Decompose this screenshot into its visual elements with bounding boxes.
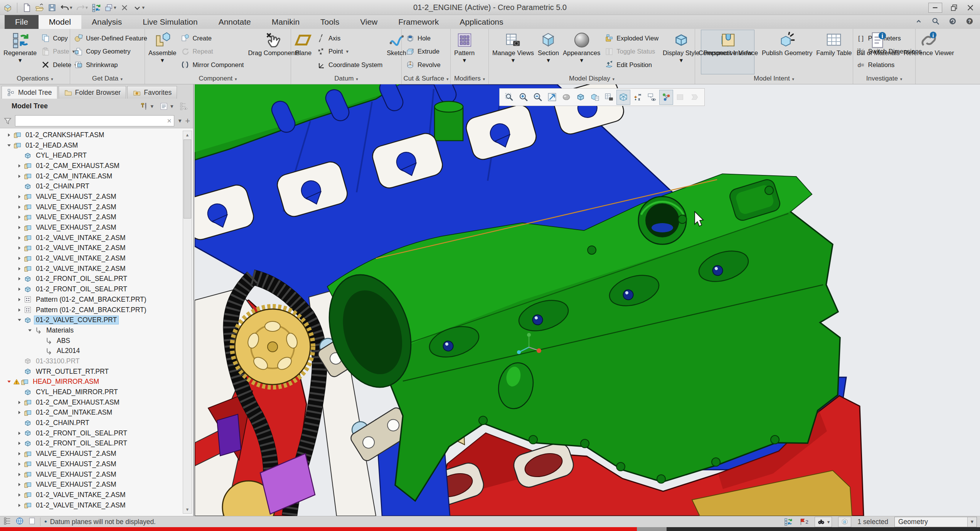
shrinkwrap-button[interactable]: Shrinkwrap [72,59,149,71]
expand-right-icon[interactable] [15,503,24,508]
tree-item-valve-exhaust-2-asm[interactable]: VALVE_EXHAUST_2.ASM [0,192,193,202]
close-x-button[interactable] [120,3,129,12]
zoom-in-button[interactable] [517,90,530,104]
group-label[interactable]: Model Intent ▾ [695,74,853,84]
expand-right-icon[interactable] [15,276,24,281]
spin-center-button[interactable] [660,90,673,104]
expand-right-icon[interactable] [5,133,13,138]
tree-item-01-2-valve-intake-2-asm[interactable]: 01-2_VALVE_INTAKE_2.ASM [0,264,193,274]
regenerate-status-icon[interactable] [784,518,792,526]
tree-item-01-2-cam-exhaust-asm[interactable]: 01-2_CAM_EXHAUST.ASM [0,161,193,171]
group-label[interactable]: Investigate ▾ [853,74,915,84]
group-label[interactable]: Get Data ▾ [70,74,145,84]
axis-button[interactable]: Axis [315,32,384,44]
notification-flag-icon[interactable]: 2 [798,518,808,526]
scroll-up-icon[interactable]: ▲ [183,131,192,139]
tree-item-valve-exhaust-2-asm[interactable]: VALVE_EXHAUST_2.ASM [0,212,193,223]
filter-dropdown-icon[interactable]: ▼ [177,118,182,124]
undo-button[interactable]: ▾ [60,3,72,12]
family-table-button[interactable]: Family Table [814,30,854,74]
expand-right-icon[interactable] [15,410,24,415]
expand-down-icon[interactable] [5,143,13,148]
tree-item-01-33100-prt[interactable]: 01-33100.PRT [0,356,193,366]
expand-right-icon[interactable] [15,431,24,436]
expand-right-icon[interactable] [15,297,24,302]
tree-item-valve-exhaust-2-asm[interactable]: VALVE_EXHAUST_2.ASM [0,469,193,480]
section-button[interactable]: Section▾ [536,30,561,74]
datum-display-filters-button[interactable] [631,90,644,104]
expand-right-icon[interactable] [15,451,24,456]
pattern-button[interactable]: Pattern▾ [452,30,477,74]
expand-down-red-icon[interactable] [5,379,13,384]
regen-small-button[interactable] [91,3,101,12]
tree-item-al2014[interactable]: AL2014 [0,346,193,356]
tree-item-01-2-head-asm[interactable]: 01-2_HEAD.ASM [0,140,193,151]
mirror-component-button[interactable]: Mirror Component [179,59,245,71]
shading-button[interactable] [560,90,573,104]
expand-right-icon[interactable] [15,245,24,250]
tree-item-abs[interactable]: ABS [0,336,193,346]
clear-search-icon[interactable]: ✕ [167,118,172,124]
tree-item-01-2-chain-prt[interactable]: 01-2_CHAIN.PRT [0,418,193,428]
tab-model[interactable]: Model [39,15,81,29]
tree-item-01-2-front-oil-seal-prt[interactable]: 01-2_FRONT_OIL_SEAL.PRT [0,274,193,284]
tree-item-01-2-valve-intake-2-asm[interactable]: 01-2_VALVE_INTAKE_2.ASM [0,500,193,511]
save-button[interactable] [47,3,57,12]
tree-item-01-2-cam-intake-asm[interactable]: 01-2_CAM_INTAKE.ASM [0,171,193,181]
tree-item-valve-exhaust-2-asm[interactable]: VALVE_EXHAUST_2.ASM [0,222,193,233]
panel-tab-model-tree[interactable]: Model Tree [2,86,57,99]
group-label[interactable]: Component ▾ [145,74,291,84]
perspective-button[interactable] [617,90,630,104]
expand-right-icon[interactable] [15,400,24,405]
expand-right-icon[interactable] [15,205,24,210]
tree-item-pattern-01-2-cam-bracket-prt[interactable]: Pattern (01-2_CAM_BRACKET.PRT) [0,305,193,315]
expand-right-icon[interactable] [15,174,24,179]
select-dropdown-icon[interactable]: ▼ [967,517,977,527]
tree-columns-button[interactable]: ▾ [159,102,173,111]
view-manager-button[interactable] [603,90,616,104]
manage-views-button[interactable]: Manage Views▾ [490,30,536,74]
tree-item-head-mirror-asm[interactable]: HEAD_MIRROR.ASM [0,377,193,387]
video-progress-bar[interactable] [0,527,980,531]
reference-viewer-button[interactable]: iReference Viewer [902,30,956,74]
tree-item-cyl-head-mirror-prt[interactable]: CYL_HEAD_MIRROR.PRT [0,387,193,397]
tree-item-01-2-valve-cover-prt[interactable]: 01-2_VALVE_COVER.PRT [0,315,193,325]
tab-manikin[interactable]: Manikin [261,15,310,29]
plane-button[interactable]: Plane [293,30,314,74]
expand-right-icon[interactable] [15,462,24,467]
tab-file[interactable]: File [5,15,39,29]
expand-right-icon[interactable] [15,194,24,199]
tree-item-01-2-valve-intake-2-asm[interactable]: 01-2_VALVE_INTAKE_2.ASM [0,253,193,264]
tree-item-01-2-cam-exhaust-asm[interactable]: 01-2_CAM_EXHAUST.ASM [0,397,193,408]
expand-right-icon[interactable] [15,287,24,292]
next-view-button[interactable] [688,90,701,104]
tree-item-valve-exhaust-2-asm[interactable]: VALVE_EXHAUST_2.ASM [0,459,193,469]
edit-position-button[interactable]: Edit Position [603,59,660,71]
expand-down-icon[interactable] [25,328,34,333]
restore-button[interactable] [950,3,958,12]
selection-filter-select[interactable]: Geometry ▼ [894,517,977,527]
add-filter-button[interactable]: + [185,116,190,126]
annotation-display-button[interactable] [645,90,658,104]
minimize-button[interactable] [928,3,942,13]
tab-framework[interactable]: Framework [388,15,449,29]
tree-item-pattern-01-2-cam-bracket-prt[interactable]: Pattern (01-2_CAM_BRACKET.PRT) [0,294,193,305]
close-button[interactable] [966,3,975,12]
group-label[interactable]: Modifiers ▾ [451,74,488,84]
expand-right-icon[interactable] [15,492,24,497]
tree-item-valve-exhaust-2-asm[interactable]: VALVE_EXHAUST_2.ASM [0,449,193,459]
tree-item-valve-exhaust-2-asm[interactable]: VALVE_EXHAUST_2.ASM [0,202,193,212]
group-label[interactable]: Operations ▾ [0,74,70,84]
coordinate-system-button[interactable]: Coordinate System [315,59,384,71]
bill-of-materials-button[interactable]: iBill of Materials [855,30,902,74]
saved-views-button[interactable] [588,90,601,104]
redo-button[interactable]: ▾ [76,3,88,12]
graphics-area[interactable] [195,84,980,516]
user-defined-feature-button[interactable]: User-Defined Feature [72,32,149,44]
zoom-out-button[interactable] [531,90,544,104]
search-button[interactable] [931,17,940,27]
expand-right-icon[interactable] [15,225,24,230]
web-browser-toggle-button[interactable] [15,517,24,527]
app-button[interactable] [3,3,12,12]
tree-item-01-2-valve-intake-2-asm[interactable]: 01-2_VALVE_INTAKE_2.ASM [0,243,193,254]
